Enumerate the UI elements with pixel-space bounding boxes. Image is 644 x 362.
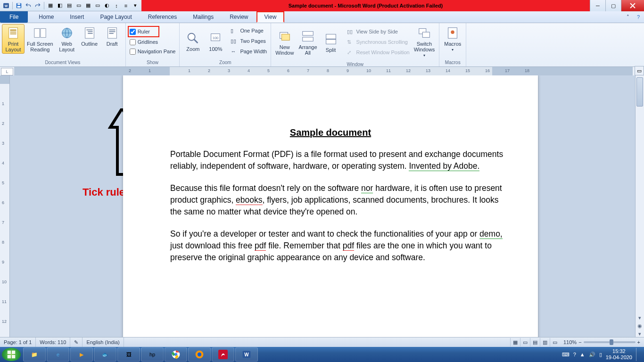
- group-title: Zoom: [180, 59, 271, 66]
- minimize-button[interactable]: ─: [590, 0, 605, 11]
- svg-rect-5: [9, 28, 18, 39]
- switch-windows-icon: [417, 25, 432, 41]
- page-number-status[interactable]: Page: 1 of 1: [0, 337, 36, 347]
- view-buttons: ▦ ▭ ▤ ▥ ▭: [510, 338, 560, 346]
- navpane-check-input[interactable]: [130, 49, 136, 55]
- ruler-toggle-button[interactable]: ▭: [635, 66, 644, 75]
- close-button[interactable]: [621, 0, 644, 11]
- qat-icon[interactable]: ▤: [65, 1, 74, 10]
- full-screen-reading-button[interactable]: Full Screen Reading: [25, 24, 56, 54]
- tab-view[interactable]: View: [256, 11, 285, 23]
- taskbar-chrome-icon[interactable]: [165, 347, 187, 362]
- zoom-100-button[interactable]: 100 100%: [204, 29, 227, 53]
- web-layout-button[interactable]: Web Layout: [56, 24, 78, 54]
- taskbar-word-icon[interactable]: W: [235, 347, 258, 362]
- vertical-scrollbar[interactable]: ▴ ▾ ◉ ▾: [635, 75, 644, 337]
- svg-rect-4: [17, 6, 21, 7]
- zoom-in-button[interactable]: +: [637, 339, 640, 345]
- view-side-by-side-button[interactable]: ▯▯View Side by Side: [345, 27, 412, 36]
- navigation-pane-checkbox[interactable]: Navigation Pane: [128, 47, 178, 56]
- qat-icon[interactable]: ≡: [122, 1, 130, 10]
- draft-view-icon[interactable]: ▭: [550, 338, 560, 346]
- taskbar-firefox-icon[interactable]: [188, 347, 211, 362]
- save-icon[interactable]: [15, 1, 23, 10]
- system-tray: ⌨ ? ▲ 🔊 ▯ 15:3219-04-2020: [558, 348, 644, 361]
- arrange-all-button[interactable]: Arrange All: [296, 27, 319, 57]
- qat-icon[interactable]: ◧: [56, 1, 64, 10]
- language-status[interactable]: English (India): [83, 337, 124, 347]
- scrollbar-thumb[interactable]: [636, 77, 643, 107]
- next-page-icon[interactable]: ▾: [636, 330, 644, 337]
- tab-references[interactable]: References: [140, 11, 185, 23]
- tab-file[interactable]: File: [0, 11, 28, 23]
- full-screen-view-icon[interactable]: ▭: [520, 338, 530, 346]
- taskbar-explorer-icon[interactable]: 📁: [23, 347, 46, 362]
- tab-selector[interactable]: L: [1, 68, 13, 75]
- one-page-button[interactable]: ▯One Page: [229, 26, 269, 35]
- print-layout-view-icon[interactable]: ▦: [510, 338, 520, 346]
- svg-rect-9: [34, 29, 40, 38]
- switch-windows-button[interactable]: Switch Windows▾: [412, 24, 438, 60]
- ruler-checkbox[interactable]: Ruler: [128, 26, 159, 37]
- qat-icon[interactable]: ▦: [46, 1, 55, 10]
- print-layout-button[interactable]: Print Layout: [2, 24, 25, 54]
- draft-button[interactable]: Draft: [101, 24, 124, 48]
- web-view-icon[interactable]: ▤: [530, 338, 540, 346]
- two-pages-button[interactable]: ▯▯Two Pages: [229, 36, 269, 46]
- zoom-out-button[interactable]: −: [578, 339, 581, 345]
- undo-icon[interactable]: [24, 1, 33, 10]
- tab-mailings[interactable]: Mailings: [185, 11, 222, 23]
- ruler-check-input[interactable]: [130, 29, 136, 35]
- help-icon[interactable]: ?: [635, 13, 642, 21]
- outline-button[interactable]: Outline: [78, 24, 101, 48]
- taskbar-app-icon[interactable]: 🖼: [117, 347, 140, 362]
- tab-page-layout[interactable]: Page Layout: [92, 11, 140, 23]
- taskbar-app-icon[interactable]: 🐟: [94, 347, 116, 362]
- group-title: Show: [126, 59, 180, 66]
- start-button[interactable]: [2, 348, 21, 361]
- vertical-ruler[interactable]: 123456789101112: [0, 75, 10, 337]
- prev-page-icon[interactable]: ◉: [636, 322, 644, 329]
- tray-icon[interactable]: ⌨: [562, 352, 570, 358]
- taskbar-hp-icon[interactable]: hp: [141, 347, 164, 362]
- outline-view-icon[interactable]: ▥: [540, 338, 550, 346]
- zoom-level[interactable]: 110%: [563, 339, 577, 345]
- zoom-button[interactable]: Zoom: [182, 29, 204, 53]
- tray-flag-icon[interactable]: ▲: [580, 352, 585, 357]
- macros-button[interactable]: Macros▾: [441, 24, 464, 54]
- taskbar-ie-icon[interactable]: e: [47, 347, 69, 362]
- minimize-ribbon-icon[interactable]: ˄: [624, 13, 632, 21]
- qat-dropdown-icon[interactable]: ▾: [131, 1, 140, 10]
- gridlines-checkbox[interactable]: Gridlines: [128, 37, 160, 47]
- horizontal-ruler[interactable]: 12345678910111213141516171812: [14, 67, 633, 76]
- qat-icon[interactable]: ▭: [74, 1, 83, 10]
- gridlines-check-input[interactable]: [130, 39, 136, 45]
- tray-help-icon[interactable]: ?: [573, 352, 576, 357]
- qat-icon[interactable]: ▦: [84, 1, 92, 10]
- taskbar-mediaplayer-icon[interactable]: ▶: [70, 347, 93, 362]
- split-button[interactable]: Split: [320, 30, 342, 54]
- tab-insert[interactable]: Insert: [62, 11, 92, 23]
- maximize-button[interactable]: ▢: [605, 0, 621, 11]
- redo-icon[interactable]: [33, 1, 42, 10]
- tab-review[interactable]: Review: [222, 11, 256, 23]
- tab-home[interactable]: Home: [31, 11, 62, 23]
- proofing-icon: ✎: [74, 339, 78, 346]
- tray-volume-icon[interactable]: 🔊: [589, 352, 595, 358]
- qat-icon[interactable]: ↕: [112, 1, 121, 10]
- zoom-slider[interactable]: [584, 341, 636, 343]
- word-count-status[interactable]: Words: 110: [36, 337, 70, 347]
- tray-battery-icon[interactable]: ▯: [599, 352, 602, 358]
- arrange-all-icon: [300, 29, 315, 44]
- proofing-status[interactable]: ✎: [70, 337, 83, 347]
- scroll-down-icon[interactable]: ▾: [636, 314, 644, 321]
- page-canvas[interactable]: Tick ruler option Sample document Portab…: [10, 75, 635, 337]
- show-desktop-button[interactable]: [636, 348, 640, 361]
- qat-icon[interactable]: ▭: [93, 1, 102, 10]
- new-window-button[interactable]: New Window: [273, 27, 296, 57]
- full-screen-icon: [33, 25, 48, 41]
- page-width-button[interactable]: ↔Page Width: [229, 47, 269, 56]
- qat-icon[interactable]: ◐: [103, 1, 111, 10]
- taskbar-acrobat-icon[interactable]: [212, 347, 234, 362]
- tray-clock[interactable]: 15:3219-04-2020: [606, 348, 632, 361]
